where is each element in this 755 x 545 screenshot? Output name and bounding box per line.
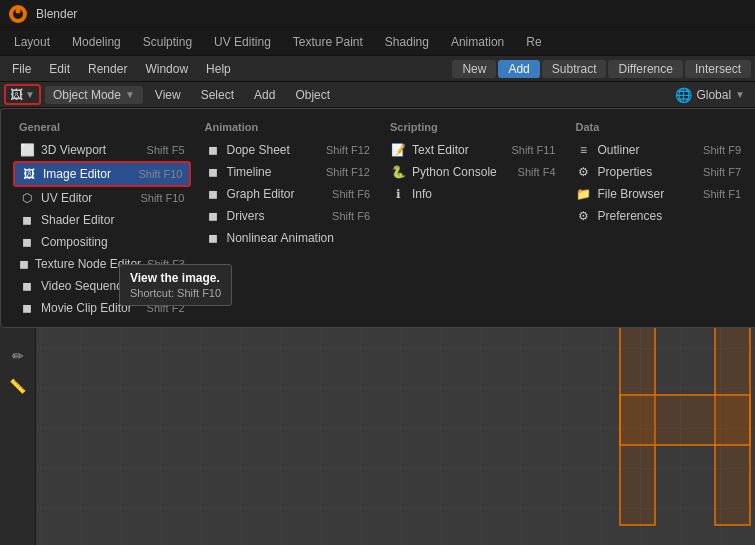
3d-viewport-label: 3D Viewport (41, 143, 106, 157)
menu-item-image-editor[interactable]: 🖼 Image Editor Shift F10 (13, 161, 191, 187)
toolbar-select[interactable]: Select (193, 86, 242, 104)
header-menu-bar: File Edit Render Window Help New Add Sub… (0, 56, 755, 82)
drivers-shortcut: Shift F6 (332, 210, 370, 222)
main-viewport-area: User Perspective ✛ ↔ ↺ ⊞ ✏ 📏 (0, 108, 755, 545)
menu-file[interactable]: File (4, 60, 39, 78)
menu-item-drivers[interactable]: ◼ Drivers Shift F6 (199, 205, 377, 227)
global-orientation-button[interactable]: 🌐 Global ▼ (669, 85, 751, 105)
menu-item-properties[interactable]: ⚙ Properties Shift F7 (570, 161, 748, 183)
tab-texture-paint[interactable]: Texture Paint (283, 31, 373, 53)
video-sequencer-icon: ◼ (19, 278, 35, 294)
toolbar-object[interactable]: Object (287, 86, 338, 104)
graph-editor-label: Graph Editor (227, 187, 295, 201)
menu-item-dope-sheet[interactable]: ◼ Dope Sheet Shift F12 (199, 139, 377, 161)
menu-item-preferences[interactable]: ⚙ Preferences (570, 205, 748, 227)
properties-shortcut: Shift F7 (703, 166, 741, 178)
tab-animation[interactable]: Animation (441, 31, 514, 53)
shader-editor-label: Shader Editor (41, 213, 114, 227)
menu-item-outliner[interactable]: ≡ Outliner Shift F9 (570, 139, 748, 161)
uv-editor-icon: ⬡ (19, 190, 35, 206)
tooltip-title: View the image. (130, 271, 221, 285)
global-label: Global (696, 88, 731, 102)
tab-sculpting[interactable]: Sculpting (133, 31, 202, 53)
subtract-button[interactable]: Subtract (542, 60, 607, 78)
dope-sheet-label: Dope Sheet (227, 143, 290, 157)
menu-item-3d-viewport[interactable]: ⬜ 3D Viewport Shift F5 (13, 139, 191, 161)
menu-item-shader-editor[interactable]: ◼ Shader Editor (13, 209, 191, 231)
menu-item-info[interactable]: ℹ Info (384, 183, 562, 205)
file-browser-icon: 📁 (576, 186, 592, 202)
annotate-tool-icon[interactable]: ✏ (4, 342, 32, 370)
dope-sheet-shortcut: Shift F12 (326, 144, 370, 156)
workspace-tabs-bar: Layout Modeling Sculpting UV Editing Tex… (0, 28, 755, 56)
menu-edit[interactable]: Edit (41, 60, 78, 78)
animation-section-title: Animation (199, 117, 377, 137)
tooltip-shortcut: Shortcut: Shift F10 (130, 287, 221, 299)
texture-node-icon: ◼ (19, 256, 29, 272)
mode-chevron-icon: ▼ (125, 89, 135, 100)
scripting-section-title: Scripting (384, 117, 562, 137)
tab-shading[interactable]: Shading (375, 31, 439, 53)
image-editor-icon: 🖼 (21, 166, 37, 182)
movie-clip-icon: ◼ (19, 300, 35, 316)
3d-viewport-icon: ⬜ (19, 142, 35, 158)
editor-type-button[interactable]: 🖼 ▼ (4, 84, 41, 105)
nonlinear-label: Nonlinear Animation (227, 231, 334, 245)
menu-item-text-editor[interactable]: 📝 Text Editor Shift F11 (384, 139, 562, 161)
toolbar-add[interactable]: Add (246, 86, 283, 104)
dropdown-section-data: Data ≡ Outliner Shift F9 ⚙ Properties Sh… (566, 117, 752, 319)
measure-tool-icon[interactable]: 📏 (4, 372, 32, 400)
text-editor-icon: 📝 (390, 142, 406, 158)
shader-editor-icon: ◼ (19, 212, 35, 228)
tab-render[interactable]: Re (516, 31, 551, 53)
menu-item-python-console[interactable]: 🐍 Python Console Shift F4 (384, 161, 562, 183)
python-console-icon: 🐍 (390, 164, 406, 180)
properties-icon: ⚙ (576, 164, 592, 180)
text-editor-shortcut: Shift F11 (511, 144, 555, 156)
tab-layout[interactable]: Layout (4, 31, 60, 53)
intersect-button[interactable]: Intersect (685, 60, 751, 78)
preferences-icon: ⚙ (576, 208, 592, 224)
menu-item-nonlinear[interactable]: ◼ Nonlinear Animation (199, 227, 377, 249)
tab-modeling[interactable]: Modeling (62, 31, 131, 53)
info-icon: ℹ (390, 186, 406, 202)
menu-help[interactable]: Help (198, 60, 239, 78)
menu-item-graph-editor[interactable]: ◼ Graph Editor Shift F6 (199, 183, 377, 205)
text-editor-label: Text Editor (412, 143, 469, 157)
file-browser-shortcut: Shift F1 (703, 188, 741, 200)
menu-item-file-browser[interactable]: 📁 File Browser Shift F1 (570, 183, 748, 205)
dope-sheet-icon: ◼ (205, 142, 221, 158)
mode-dropdown[interactable]: Object Mode ▼ (45, 86, 143, 104)
global-orientation-icon: 🌐 (675, 87, 692, 103)
tab-uv-editing[interactable]: UV Editing (204, 31, 281, 53)
menu-window[interactable]: Window (137, 60, 196, 78)
menu-item-uv-editor[interactable]: ⬡ UV Editor Shift F10 (13, 187, 191, 209)
outliner-label: Outliner (598, 143, 640, 157)
timeline-label: Timeline (227, 165, 272, 179)
viewport-toolbar: 🖼 ▼ Object Mode ▼ View Select Add Object… (0, 82, 755, 108)
app-title: Blender (36, 7, 77, 21)
menu-item-timeline[interactable]: ◼ Timeline Shift F12 (199, 161, 377, 183)
drivers-icon: ◼ (205, 208, 221, 224)
uv-editor-shortcut: Shift F10 (140, 192, 184, 204)
image-editor-tooltip: View the image. Shortcut: Shift F10 (119, 264, 232, 306)
timeline-shortcut: Shift F12 (326, 166, 370, 178)
menu-item-compositing[interactable]: ◼ Compositing (13, 231, 191, 253)
svg-rect-5 (620, 395, 750, 445)
drivers-label: Drivers (227, 209, 265, 223)
editor-type-icon: 🖼 (10, 87, 23, 102)
graph-editor-icon: ◼ (205, 186, 221, 202)
global-chevron-icon: ▼ (735, 89, 745, 100)
chevron-down-icon: ▼ (25, 89, 35, 100)
toolbar-view[interactable]: View (147, 86, 189, 104)
image-editor-label: Image Editor (43, 167, 111, 181)
new-button[interactable]: New (452, 60, 496, 78)
menu-render[interactable]: Render (80, 60, 135, 78)
timeline-icon: ◼ (205, 164, 221, 180)
add-button[interactable]: Add (498, 60, 539, 78)
svg-point-2 (16, 8, 21, 13)
compositing-label: Compositing (41, 235, 108, 249)
properties-label: Properties (598, 165, 653, 179)
blender-logo-icon (8, 4, 28, 24)
difference-button[interactable]: Difference (608, 60, 682, 78)
